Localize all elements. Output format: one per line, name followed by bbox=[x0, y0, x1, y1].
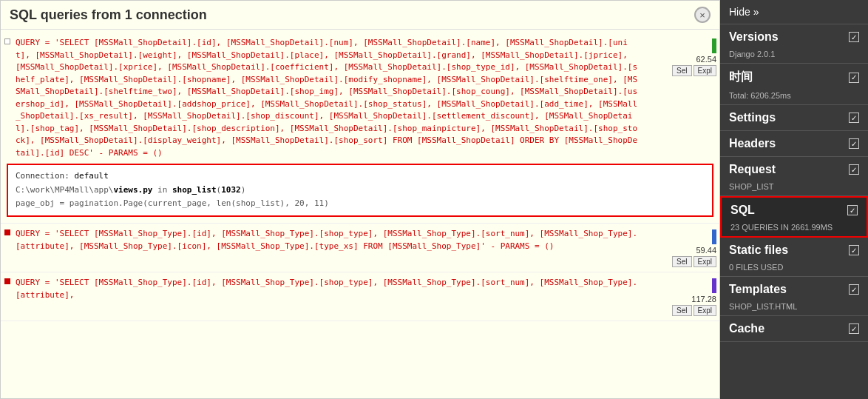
bar-purple-3 bbox=[712, 278, 716, 293]
expl-button-3[interactable]: Expl bbox=[694, 305, 716, 316]
conn-label: Connection: bbox=[16, 171, 69, 181]
cache-checkbox[interactable]: ✓ bbox=[849, 323, 859, 334]
section-versions: Versions ✓ Django 2.0.1 bbox=[720, 24, 868, 64]
static-title: Static files bbox=[729, 244, 788, 257]
sql-sub: 23 QUERIES IN 2661.99MS bbox=[722, 223, 867, 236]
query-row-3: QUERY = 'SELECT [MSSMall_Shop_Type].[id]… bbox=[1, 275, 719, 318]
indicator-checkbox-1[interactable] bbox=[4, 38, 10, 44]
settings-checkbox[interactable]: ✓ bbox=[849, 113, 859, 123]
templates-title: Templates bbox=[729, 283, 787, 296]
request-title: Request bbox=[729, 163, 776, 176]
query-time-3: 117.28 bbox=[691, 295, 716, 304]
headers-checkbox[interactable]: ✓ bbox=[849, 138, 859, 149]
time-title: 时间 bbox=[729, 70, 753, 85]
query-indicator-3 bbox=[4, 277, 11, 284]
section-settings: Settings ✓ bbox=[720, 105, 868, 131]
panel-title: SQL queries from 1 connection bbox=[10, 7, 207, 23]
section-cache: Cache ✓ bbox=[720, 316, 868, 342]
section-request: Request ✓ SHOP_LIST bbox=[720, 157, 868, 196]
query-time-1: 62.54 bbox=[696, 55, 716, 64]
query-meta-3: 117.28 Sel Expl bbox=[642, 277, 716, 316]
meta-btns-2: Sel Expl bbox=[672, 256, 716, 267]
sql-title: SQL bbox=[730, 204, 755, 217]
conn-func: shop_list bbox=[172, 185, 217, 195]
conn-value: default bbox=[74, 171, 108, 181]
sel-button-3[interactable]: Sel bbox=[672, 305, 691, 316]
conn-code: page_obj = pagination.Page(current_page,… bbox=[16, 198, 329, 208]
templates-sub: SHOP_LIST.HTML bbox=[720, 302, 868, 315]
time-checkbox[interactable]: ✓ bbox=[849, 73, 859, 83]
section-headers: Headers ✓ bbox=[720, 131, 868, 157]
connection-box: Connection: default C:\work\MP4Mall\app\… bbox=[7, 164, 713, 217]
bar-blue-2 bbox=[712, 229, 716, 244]
conn-path: C:\work\MP4Mall\app\ bbox=[16, 185, 113, 195]
expl-button-1[interactable]: Expl bbox=[694, 65, 716, 76]
cache-title: Cache bbox=[729, 322, 764, 335]
right-panel: Hide » Versions ✓ Django 2.0.1 时间 ✓ Tota… bbox=[720, 0, 868, 399]
connection-line-3: page_obj = pagination.Page(current_page,… bbox=[16, 197, 705, 211]
indicator-checkbox-3[interactable] bbox=[4, 278, 10, 284]
query-block-3: QUERY = 'SELECT [MSSMall_Shop_Type].[id]… bbox=[1, 272, 719, 321]
query-text-1: QUERY = 'SELECT [MSSMall_ShopDetail].[id… bbox=[11, 37, 642, 159]
section-time: 时间 ✓ Total: 6206.25ms bbox=[720, 64, 868, 105]
conn-line: 1032 bbox=[221, 185, 241, 195]
section-sql-header[interactable]: SQL ✓ bbox=[722, 198, 867, 223]
versions-checkbox[interactable]: ✓ bbox=[849, 32, 859, 42]
versions-title: Versions bbox=[729, 30, 779, 44]
conn-paren-close: ) bbox=[241, 185, 246, 195]
section-static: Static files ✓ 0 FILES USED bbox=[720, 238, 868, 277]
section-settings-header[interactable]: Settings ✓ bbox=[720, 105, 868, 130]
section-versions-header[interactable]: Versions ✓ bbox=[720, 24, 868, 50]
section-static-header[interactable]: Static files ✓ bbox=[720, 238, 868, 263]
query-text-3: QUERY = 'SELECT [MSSMall_Shop_Type].[id]… bbox=[11, 277, 642, 301]
conn-file: views.py bbox=[113, 185, 152, 195]
section-sql: SQL ✓ 23 QUERIES IN 2661.99MS bbox=[720, 196, 868, 238]
query-text-2: QUERY = 'SELECT [MSSMall_Shop_Type].[id]… bbox=[11, 228, 642, 252]
query-block-2: QUERY = 'SELECT [MSSMall_Shop_Type].[id]… bbox=[1, 224, 719, 272]
query-meta-2: 59.44 Sel Expl bbox=[642, 228, 716, 267]
static-sub: 0 FILES USED bbox=[720, 263, 868, 276]
request-sub: SHOP_LIST bbox=[720, 182, 868, 195]
query-row-2: QUERY = 'SELECT [MSSMall_Shop_Type].[id]… bbox=[1, 227, 719, 269]
query-meta-1: 62.54 Sel Expl bbox=[642, 37, 716, 76]
indicator-checkbox-2[interactable] bbox=[4, 229, 10, 235]
bar-green-1 bbox=[712, 38, 716, 53]
sql-checkbox[interactable]: ✓ bbox=[847, 205, 858, 215]
versions-sub: Django 2.0.1 bbox=[720, 50, 868, 63]
headers-title: Headers bbox=[729, 137, 776, 150]
section-time-header[interactable]: 时间 ✓ bbox=[720, 64, 868, 91]
templates-checkbox[interactable]: ✓ bbox=[849, 284, 859, 295]
connection-line-1: Connection: default bbox=[16, 170, 705, 184]
left-panel: SQL queries from 1 connection × QUERY = … bbox=[0, 0, 720, 399]
queries-container: QUERY = 'SELECT [MSSMall_ShopDetail].[id… bbox=[1, 30, 719, 398]
connection-line-2: C:\work\MP4Mall\app\views.py in shop_lis… bbox=[16, 184, 705, 198]
section-cache-header[interactable]: Cache ✓ bbox=[720, 316, 868, 341]
query-indicator-1 bbox=[4, 37, 11, 44]
panel-header: SQL queries from 1 connection × bbox=[1, 1, 719, 30]
query-indicator-2 bbox=[4, 228, 11, 235]
close-button[interactable]: × bbox=[694, 7, 711, 23]
meta-btns-3: Sel Expl bbox=[672, 305, 716, 316]
hide-button[interactable]: Hide » bbox=[720, 0, 868, 24]
query-time-2: 59.44 bbox=[696, 246, 716, 255]
section-request-header[interactable]: Request ✓ bbox=[720, 157, 868, 182]
query-block-1: QUERY = 'SELECT [MSSMall_ShopDetail].[id… bbox=[1, 33, 719, 224]
time-sub: Total: 6206.25ms bbox=[720, 91, 868, 104]
request-checkbox[interactable]: ✓ bbox=[849, 164, 859, 175]
meta-btns-1: Sel Expl bbox=[672, 65, 716, 76]
static-checkbox[interactable]: ✓ bbox=[849, 245, 859, 255]
conn-in: in bbox=[157, 185, 172, 195]
sel-button-1[interactable]: Sel bbox=[672, 65, 691, 76]
query-row-1: QUERY = 'SELECT [MSSMall_ShopDetail].[id… bbox=[1, 36, 719, 161]
sel-button-2[interactable]: Sel bbox=[672, 256, 691, 267]
expl-button-2[interactable]: Expl bbox=[694, 256, 716, 267]
section-templates: Templates ✓ SHOP_LIST.HTML bbox=[720, 277, 868, 316]
section-headers-header[interactable]: Headers ✓ bbox=[720, 131, 868, 156]
section-templates-header[interactable]: Templates ✓ bbox=[720, 277, 868, 302]
settings-title: Settings bbox=[729, 111, 776, 124]
